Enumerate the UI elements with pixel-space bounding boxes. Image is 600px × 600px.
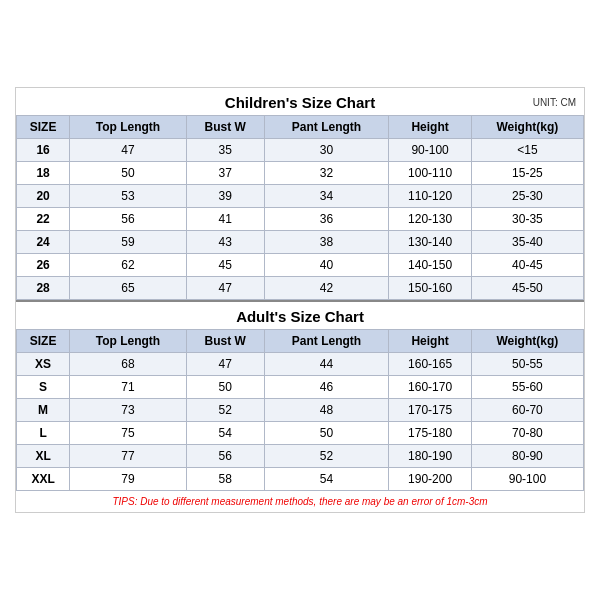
table-cell: 47 — [70, 139, 187, 162]
table-cell: 50 — [186, 376, 264, 399]
table-row: 18503732100-11015-25 — [17, 162, 584, 185]
table-cell: 90-100 — [389, 139, 471, 162]
table-cell: 100-110 — [389, 162, 471, 185]
table-cell: 54 — [186, 422, 264, 445]
table-cell: 44 — [264, 353, 389, 376]
children-col-top-length: Top Length — [70, 116, 187, 139]
children-section-title: Children's Size Chart UNIT: CM — [16, 88, 584, 115]
table-cell: 90-100 — [471, 468, 583, 491]
children-table: SIZE Top Length Bust W Pant Length Heigh… — [16, 115, 584, 300]
table-cell: 70-80 — [471, 422, 583, 445]
table-cell: 48 — [264, 399, 389, 422]
adults-header-row: SIZE Top Length Bust W Pant Length Heigh… — [17, 330, 584, 353]
table-cell: 52 — [186, 399, 264, 422]
table-cell: 120-130 — [389, 208, 471, 231]
adults-col-pant-length: Pant Length — [264, 330, 389, 353]
table-cell: 24 — [17, 231, 70, 254]
table-cell: 52 — [264, 445, 389, 468]
table-cell: 80-90 — [471, 445, 583, 468]
table-cell: S — [17, 376, 70, 399]
table-cell: XS — [17, 353, 70, 376]
table-row: L755450175-18070-80 — [17, 422, 584, 445]
table-cell: 45-50 — [471, 277, 583, 300]
table-row: 28654742150-16045-50 — [17, 277, 584, 300]
table-cell: 56 — [70, 208, 187, 231]
table-cell: 26 — [17, 254, 70, 277]
table-cell: 50 — [70, 162, 187, 185]
table-cell: 130-140 — [389, 231, 471, 254]
table-cell: 30-35 — [471, 208, 583, 231]
adults-col-top-length: Top Length — [70, 330, 187, 353]
table-cell: 18 — [17, 162, 70, 185]
table-cell: 71 — [70, 376, 187, 399]
children-col-size: SIZE — [17, 116, 70, 139]
table-cell: 68 — [70, 353, 187, 376]
table-cell: 180-190 — [389, 445, 471, 468]
children-col-pant-length: Pant Length — [264, 116, 389, 139]
table-cell: 140-150 — [389, 254, 471, 277]
adults-col-weight: Weight(kg) — [471, 330, 583, 353]
table-row: XS684744160-16550-55 — [17, 353, 584, 376]
table-cell: 25-30 — [471, 185, 583, 208]
table-cell: 60-70 — [471, 399, 583, 422]
children-col-height: Height — [389, 116, 471, 139]
table-cell: 47 — [186, 353, 264, 376]
table-cell: 160-170 — [389, 376, 471, 399]
table-row: S715046160-17055-60 — [17, 376, 584, 399]
size-chart-container: Children's Size Chart UNIT: CM SIZE Top … — [15, 87, 585, 513]
children-col-weight: Weight(kg) — [471, 116, 583, 139]
table-cell: 22 — [17, 208, 70, 231]
adults-col-height: Height — [389, 330, 471, 353]
table-cell: L — [17, 422, 70, 445]
table-cell: 59 — [70, 231, 187, 254]
adults-col-size: SIZE — [17, 330, 70, 353]
children-col-bust-w: Bust W — [186, 116, 264, 139]
table-cell: 40-45 — [471, 254, 583, 277]
table-cell: 190-200 — [389, 468, 471, 491]
children-header-row: SIZE Top Length Bust W Pant Length Heigh… — [17, 116, 584, 139]
table-row: 22564136120-13030-35 — [17, 208, 584, 231]
table-cell: 35 — [186, 139, 264, 162]
table-cell: 30 — [264, 139, 389, 162]
table-cell: 75 — [70, 422, 187, 445]
table-cell: 47 — [186, 277, 264, 300]
table-cell: 62 — [70, 254, 187, 277]
table-cell: 37 — [186, 162, 264, 185]
table-cell: 54 — [264, 468, 389, 491]
adults-section-title: Adult's Size Chart — [16, 300, 584, 329]
table-cell: 34 — [264, 185, 389, 208]
table-cell: 56 — [186, 445, 264, 468]
table-cell: 65 — [70, 277, 187, 300]
table-cell: 58 — [186, 468, 264, 491]
table-cell: 160-165 — [389, 353, 471, 376]
table-cell: XXL — [17, 468, 70, 491]
table-cell: 32 — [264, 162, 389, 185]
table-cell: 35-40 — [471, 231, 583, 254]
table-cell: 73 — [70, 399, 187, 422]
table-cell: 45 — [186, 254, 264, 277]
table-row: M735248170-17560-70 — [17, 399, 584, 422]
table-cell: 55-60 — [471, 376, 583, 399]
table-cell: 77 — [70, 445, 187, 468]
table-cell: 16 — [17, 139, 70, 162]
table-cell: 42 — [264, 277, 389, 300]
table-cell: 28 — [17, 277, 70, 300]
table-row: 24594338130-14035-40 — [17, 231, 584, 254]
table-cell: 36 — [264, 208, 389, 231]
table-row: 26624540140-15040-45 — [17, 254, 584, 277]
adults-title-text: Adult's Size Chart — [236, 308, 364, 325]
unit-label: UNIT: CM — [533, 96, 576, 107]
table-cell: 43 — [186, 231, 264, 254]
table-cell: XL — [17, 445, 70, 468]
table-cell: 40 — [264, 254, 389, 277]
tips-text: TIPS: Due to different measurement metho… — [16, 491, 584, 512]
table-cell: <15 — [471, 139, 583, 162]
table-cell: 53 — [70, 185, 187, 208]
table-row: XL775652180-19080-90 — [17, 445, 584, 468]
table-cell: M — [17, 399, 70, 422]
children-title-text: Children's Size Chart — [225, 94, 375, 111]
table-cell: 41 — [186, 208, 264, 231]
table-cell: 79 — [70, 468, 187, 491]
table-cell: 175-180 — [389, 422, 471, 445]
table-cell: 150-160 — [389, 277, 471, 300]
